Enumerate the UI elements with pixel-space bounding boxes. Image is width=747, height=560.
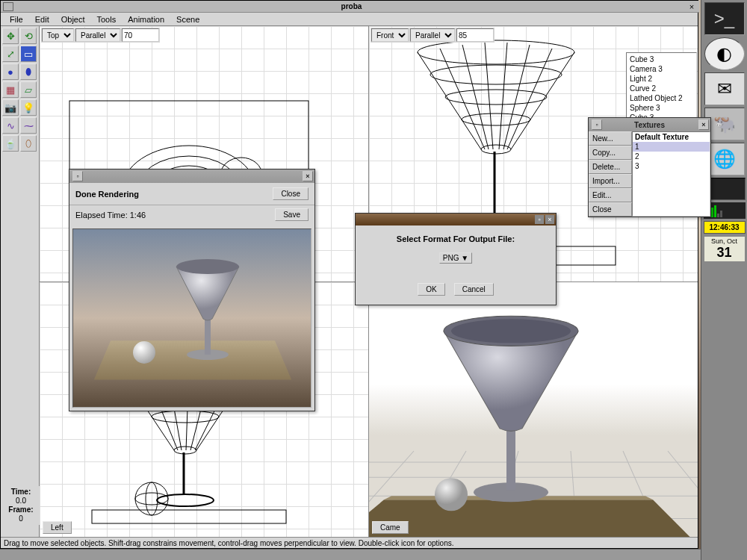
svg-point-6 [418, 40, 574, 64]
textures-title: Textures [602, 121, 697, 129]
format-dialog[interactable]: ▫ × Select Format For Output File: PNG ▼… [355, 213, 557, 305]
rotate-tool-icon[interactable]: ⟲ [20, 28, 37, 44]
close-button[interactable]: Close [273, 187, 309, 200]
render-window[interactable]: ▫ × Done Rendering Close Elapsed Time: 1… [69, 169, 315, 411]
menu-file[interactable]: File [4, 14, 29, 24]
date-widget: Sun, Oct 31 [704, 236, 746, 262]
terminal-icon[interactable]: >_ [704, 2, 745, 35]
view-select-front[interactable]: Front [371, 28, 409, 42]
menu-animation[interactable]: Animation [122, 14, 170, 24]
window-icon[interactable]: ▫ [72, 171, 83, 181]
import-button[interactable]: Import... [589, 174, 632, 188]
mail-icon[interactable]: ✉ [704, 72, 745, 105]
time-frame-display: Time: 0.0 Frame: 0 [2, 486, 40, 525]
menubar: File Edit Object Tools Animation Scene [1, 13, 698, 26]
render-status-text: Done Rendering [75, 190, 139, 199]
cylinder-tool-icon[interactable]: ⬮ [20, 63, 37, 80]
texture-list[interactable]: Default Texture 1 2 3 [632, 131, 710, 217]
zoom-input-top[interactable] [122, 28, 159, 42]
window-title: proba [16, 2, 686, 10]
cube-tool-icon[interactable]: ▭ [20, 46, 37, 62]
svg-point-21 [135, 493, 168, 505]
desktop-taskbar[interactable]: 3 [0, 549, 747, 560]
list-item[interactable]: Curve 2 [628, 84, 695, 93]
viewport-label-camera: Came [372, 521, 409, 534]
svg-point-7 [481, 145, 511, 154]
min-icon[interactable]: ▫ [535, 215, 544, 224]
status-hint: Drag to move selected objects. Shift-dra… [4, 539, 454, 547]
list-item[interactable]: 1 [633, 142, 710, 152]
list-item[interactable]: Default Texture [633, 132, 710, 142]
format-prompt: Select Format For Output File: [365, 234, 547, 243]
viewport-label-left: Left [43, 521, 72, 534]
close-icon[interactable]: × [698, 119, 709, 130]
svg-rect-23 [92, 510, 286, 523]
extrude-tool-icon[interactable]: ⬯ [20, 135, 37, 152]
mesh-tool-icon[interactable]: ▦ [2, 81, 19, 98]
render-preview [72, 228, 311, 408]
list-item[interactable]: 2 [633, 152, 710, 161]
list-item[interactable]: Lathed Object 2 [628, 93, 695, 103]
viewport-camera[interactable]: Came [369, 282, 698, 538]
list-item[interactable]: Cube 3 [628, 55, 695, 64]
render-titlebar[interactable]: ▫ × [69, 169, 314, 183]
svg-point-19 [157, 494, 214, 506]
svg-marker-34 [369, 500, 690, 537]
sphere-tool-icon[interactable]: ● [2, 63, 19, 80]
svg-point-39 [451, 319, 571, 343]
camera-tool-icon[interactable]: 📷 [2, 99, 19, 116]
svg-rect-37 [506, 428, 515, 489]
ok-button[interactable]: OK [418, 283, 444, 296]
close-button[interactable]: Close [589, 202, 632, 217]
format-select[interactable]: PNG ▼ [439, 252, 472, 264]
close-icon[interactable]: × [686, 1, 697, 12]
textures-window[interactable]: ▫ Textures × New... Copy... Delete... Im… [588, 117, 711, 217]
poly-tool-icon[interactable]: ▱ [20, 81, 37, 98]
svg-rect-42 [205, 317, 211, 355]
svg-point-40 [435, 478, 468, 511]
toolbox: ✥⟲ ⤢▭ ●⬮ ▦▱ 📷💡 ∿⁓ 🍵⬯ [1, 26, 40, 537]
edit-button[interactable]: Edit... [589, 188, 632, 202]
svg-point-8 [430, 65, 562, 84]
menu-scene[interactable]: Scene [170, 14, 205, 24]
close-icon[interactable]: × [545, 215, 554, 224]
proj-select-front[interactable]: Parallel [410, 28, 455, 42]
close-icon[interactable]: × [303, 171, 313, 181]
svg-point-10 [462, 113, 530, 125]
lathe-tool-icon[interactable]: 🍵 [2, 135, 19, 152]
textures-titlebar[interactable]: ▫ Textures × [589, 118, 710, 131]
menu-object[interactable]: Object [55, 14, 91, 24]
window-menu-icon[interactable] [3, 2, 13, 11]
curve2-tool-icon[interactable]: ⁓ [20, 117, 37, 134]
new-button[interactable]: New... [589, 131, 632, 146]
desktop-panel: >_ ◐ ✉ 🐃 🌐 12:46:33 Sun, Oct 31 [701, 0, 747, 560]
window-icon[interactable]: ▫ [592, 119, 602, 130]
zoom-input-front[interactable] [456, 28, 494, 42]
svg-point-43 [176, 259, 239, 274]
curve-tool-icon[interactable]: ∿ [2, 117, 19, 134]
list-item[interactable]: Sphere 3 [628, 103, 695, 113]
format-titlebar[interactable]: ▫ × [356, 214, 556, 225]
view-select-top[interactable]: Top [42, 28, 74, 42]
menu-edit[interactable]: Edit [29, 14, 55, 24]
save-button[interactable]: Save [275, 208, 309, 221]
render-3d [369, 282, 698, 538]
window-titlebar[interactable]: proba × [1, 1, 699, 13]
svg-point-9 [445, 90, 547, 105]
elapsed-time-text: Elapsed Time: 1:46 [75, 211, 146, 220]
list-item[interactable]: Camera 3 [628, 64, 695, 74]
clock-widget: 12:46:33 [704, 221, 746, 234]
svg-point-16 [152, 411, 219, 423]
cancel-button[interactable]: Cancel [454, 283, 494, 296]
light-tool-icon[interactable]: 💡 [20, 99, 37, 116]
delete-button[interactable]: Delete... [589, 160, 632, 174]
status-bar: Drag to move selected objects. Shift-dra… [1, 537, 698, 548]
copy-button[interactable]: Copy... [589, 146, 632, 160]
app-icon[interactable]: ◐ [704, 37, 745, 70]
scale-tool-icon[interactable]: ⤢ [2, 46, 19, 62]
list-item[interactable]: 3 [633, 161, 710, 171]
menu-tools[interactable]: Tools [91, 14, 123, 24]
move-tool-icon[interactable]: ✥ [2, 28, 19, 44]
proj-select-top[interactable]: Parallel [75, 28, 120, 42]
list-item[interactable]: Light 2 [628, 74, 695, 84]
